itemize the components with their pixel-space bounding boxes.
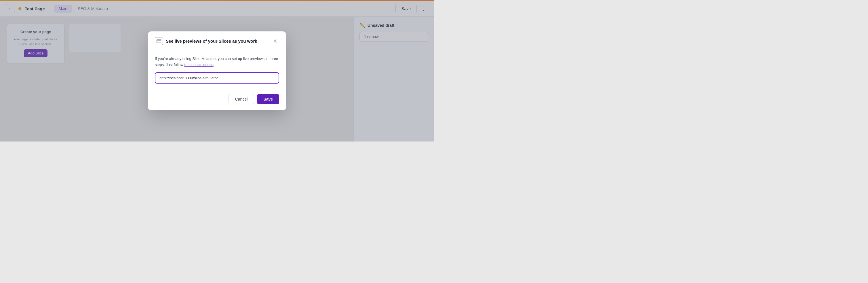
modal-description: If you're already using Slice Machine, y… bbox=[155, 56, 279, 68]
modal-instructions-link[interactable]: these instructions bbox=[184, 62, 214, 67]
modal-header: See live previews of your Slices as you … bbox=[148, 31, 286, 50]
modal-description-text-before: If you're already using Slice Machine, y… bbox=[155, 56, 278, 67]
modal-overlay: See live previews of your Slices as you … bbox=[0, 0, 434, 142]
close-icon: ✕ bbox=[273, 38, 277, 45]
modal-footer: Cancel Save bbox=[148, 89, 286, 110]
modal-body: If you're already using Slice Machine, y… bbox=[148, 50, 286, 90]
modal-description-text-after: . bbox=[214, 62, 215, 67]
modal-dialog: See live previews of your Slices as you … bbox=[148, 31, 286, 110]
svg-rect-0 bbox=[157, 39, 161, 43]
modal-close-button[interactable]: ✕ bbox=[271, 37, 279, 45]
modal-save-button[interactable]: Save bbox=[257, 94, 279, 104]
url-input[interactable] bbox=[155, 72, 279, 84]
modal-icon bbox=[155, 37, 163, 45]
modal-title: See live previews of your Slices as you … bbox=[166, 38, 268, 44]
cancel-button[interactable]: Cancel bbox=[228, 94, 254, 104]
